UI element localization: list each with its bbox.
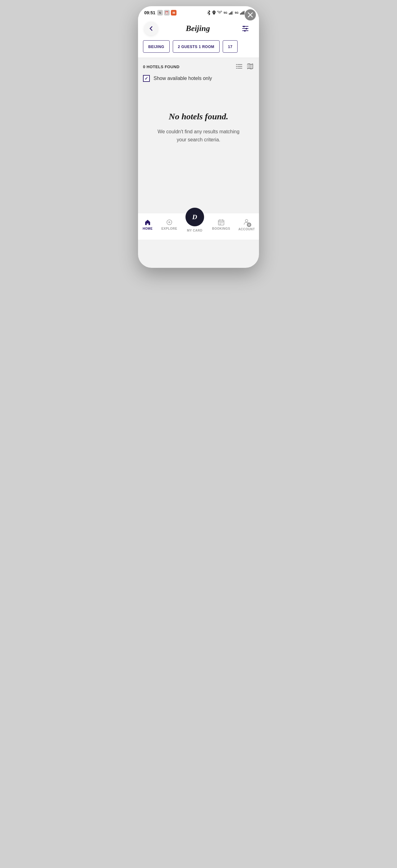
bottom-nav: HOME EXPLORE D MY CARD bbox=[138, 213, 259, 240]
svg-rect-10 bbox=[244, 11, 244, 14]
nav-label-explore: EXPLORE bbox=[161, 227, 177, 230]
main-content: 0 HOTELS FOUND bbox=[138, 58, 259, 213]
notif-alarm-icon: ⏰ bbox=[164, 10, 170, 16]
location-icon bbox=[212, 10, 216, 15]
signal-bars-2 bbox=[240, 11, 244, 14]
nav-item-mycard[interactable]: D MY CARD bbox=[182, 213, 208, 234]
svg-point-23 bbox=[169, 222, 170, 223]
bookings-icon bbox=[218, 219, 224, 226]
home-icon bbox=[144, 219, 151, 226]
back-arrow-icon bbox=[148, 25, 154, 32]
view-toggle bbox=[236, 63, 254, 71]
map-view-button[interactable] bbox=[247, 63, 254, 71]
checkbox-check-icon: ✓ bbox=[145, 76, 148, 81]
close-overlay-button[interactable] bbox=[245, 9, 256, 21]
svg-line-2 bbox=[208, 13, 209, 13]
notif-mail-icon: ✉ bbox=[171, 10, 177, 16]
nav-label-account: ACCOUNT bbox=[238, 227, 255, 231]
empty-state-title: No hotels found. bbox=[169, 112, 228, 122]
chip-guests-text: 2 GUESTS 1 ROOM bbox=[178, 44, 215, 49]
back-button[interactable] bbox=[144, 22, 158, 35]
chip-date-text: 17 bbox=[228, 44, 232, 49]
svg-point-33 bbox=[249, 224, 249, 225]
search-chips-bar: BEIJING 2 GUESTS 1 ROOM 17 bbox=[138, 40, 259, 58]
explore-icon bbox=[166, 219, 173, 226]
status-time: 09:51 bbox=[144, 10, 155, 15]
empty-state: No hotels found. We couldn't find any re… bbox=[143, 87, 254, 156]
list-view-button[interactable] bbox=[236, 63, 243, 70]
svg-marker-19 bbox=[247, 64, 253, 69]
svg-rect-6 bbox=[233, 11, 233, 14]
page-title: Beijing bbox=[186, 24, 210, 33]
nav-item-home[interactable]: HOME bbox=[138, 218, 157, 231]
filter-button[interactable] bbox=[238, 22, 253, 35]
mycard-logo: D bbox=[192, 213, 197, 221]
chip-date[interactable]: 17 bbox=[223, 40, 238, 53]
nav-label-bookings: BOOKINGS bbox=[212, 227, 230, 230]
nav-item-account[interactable]: ACCOUNT bbox=[235, 217, 259, 232]
status-bar: 09:51 N ⏰ ✉ bbox=[138, 6, 259, 18]
svg-rect-4 bbox=[230, 12, 231, 14]
svg-rect-7 bbox=[240, 13, 241, 14]
results-area: 0 HOTELS FOUND bbox=[138, 58, 259, 213]
nav-label-home: HOME bbox=[143, 227, 153, 230]
results-header: 0 HOTELS FOUND bbox=[143, 63, 254, 71]
svg-rect-8 bbox=[241, 12, 242, 14]
mycard-button[interactable]: D bbox=[185, 208, 204, 226]
account-screen-reader-icon bbox=[247, 223, 251, 227]
svg-point-31 bbox=[245, 219, 248, 222]
screen-reader-inner-icon bbox=[248, 223, 250, 226]
results-count: 0 HOTELS FOUND bbox=[143, 64, 180, 69]
nav-item-bookings[interactable]: BOOKINGS bbox=[208, 218, 234, 231]
svg-rect-9 bbox=[243, 11, 243, 14]
slider-filter-icon bbox=[240, 24, 250, 33]
available-checkbox[interactable]: ✓ bbox=[143, 75, 150, 82]
close-x-icon bbox=[248, 12, 253, 18]
empty-state-subtitle: We couldn't find any results matching yo… bbox=[152, 128, 245, 144]
signal-bars-1 bbox=[229, 11, 233, 14]
notification-icons: N ⏰ ✉ bbox=[157, 10, 177, 16]
header: Beijing bbox=[138, 18, 259, 40]
bluetooth-icon bbox=[207, 10, 211, 15]
svg-rect-3 bbox=[229, 13, 230, 14]
svg-rect-24 bbox=[218, 220, 224, 225]
account-icon-wrapper bbox=[243, 218, 250, 226]
chip-location[interactable]: BEIJING bbox=[143, 40, 170, 53]
signal-5g-2: 5G bbox=[235, 11, 239, 14]
list-view-icon bbox=[236, 64, 242, 69]
svg-rect-5 bbox=[232, 11, 232, 14]
available-filter-row: ✓ Show available hotels only bbox=[143, 75, 254, 82]
nav-item-explore[interactable]: EXPLORE bbox=[158, 218, 181, 231]
chip-location-text: BEIJING bbox=[148, 44, 164, 49]
notif-n-icon: N bbox=[157, 10, 163, 16]
available-filter-label: Show available hotels only bbox=[154, 75, 212, 81]
phone-frame: 09:51 N ⏰ ✉ bbox=[138, 6, 259, 268]
svg-point-22 bbox=[167, 220, 172, 225]
chip-guests[interactable]: 2 GUESTS 1 ROOM bbox=[173, 40, 220, 53]
map-view-icon bbox=[247, 64, 253, 69]
wifi-icon bbox=[217, 11, 222, 14]
signal-5g-1: 5G bbox=[224, 11, 227, 14]
nav-label-mycard: MY CARD bbox=[187, 229, 203, 232]
